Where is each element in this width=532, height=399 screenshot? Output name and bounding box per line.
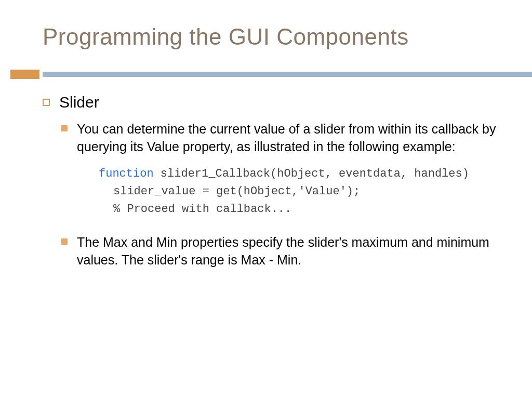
code-line-1-rest: slider1_Callback(hObject, eventdata, han… [154, 167, 469, 180]
code-line-3: % Proceed with callback... [99, 201, 501, 218]
bullet1-text: Slider [59, 94, 99, 111]
slide: Programming the GUI Components Slider Yo… [0, 0, 532, 399]
bullet-level2: You can determine the current value of a… [61, 121, 501, 156]
code-block: function slider1_Callback(hObject, event… [99, 165, 501, 218]
slide-title: Programming the GUI Components [43, 24, 409, 50]
code-line-1: function slider1_Callback(hObject, event… [99, 165, 501, 183]
square-bullet-filled-icon [61, 238, 68, 245]
bullet3-text: The Max and Min properties specify the s… [77, 234, 501, 269]
accent-block-orange [10, 70, 39, 79]
bullet-level2: The Max and Min properties specify the s… [61, 234, 501, 269]
code-line-2: slider_value = get(hObject,'Value'); [99, 183, 501, 201]
code-keyword: function [99, 167, 154, 180]
accent-bar-blue [43, 72, 532, 77]
square-bullet-filled-icon [61, 125, 68, 131]
square-bullet-icon [43, 99, 50, 106]
bullet-level1: Slider [43, 94, 501, 111]
slide-content: Slider You can determine the current val… [43, 94, 501, 278]
title-underline [0, 70, 532, 79]
bullet2-text: You can determine the current value of a… [77, 121, 501, 156]
